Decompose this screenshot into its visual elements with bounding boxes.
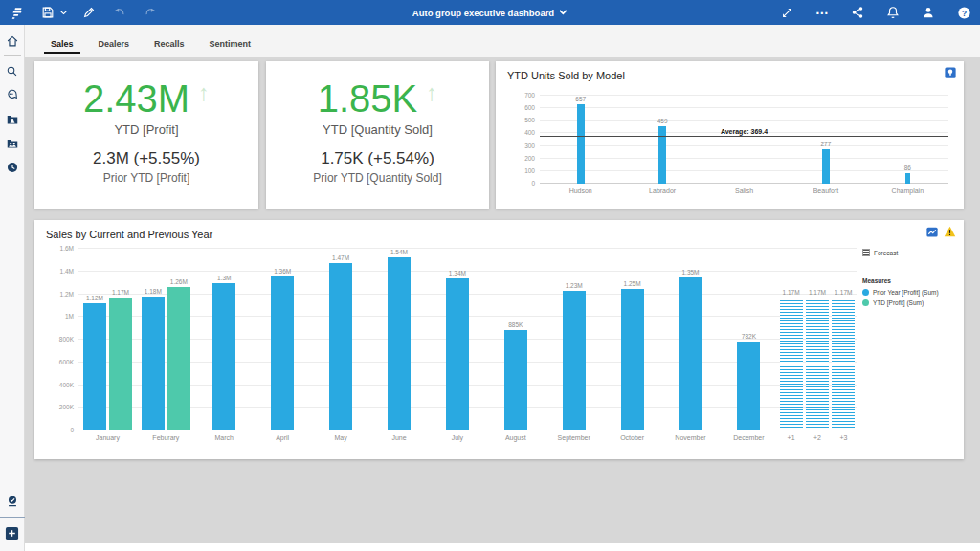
expand-icon[interactable] <box>778 4 795 21</box>
bar-december[interactable] <box>737 342 760 430</box>
category-slot: 1.17M+3 <box>831 249 857 430</box>
x-axis-category-label: May <box>334 434 346 441</box>
bar-value-label: 459 <box>657 118 668 124</box>
edit-pencil-icon[interactable] <box>80 4 98 21</box>
bar-group: 1.36M <box>271 249 294 430</box>
tab-sales[interactable]: Sales <box>38 39 86 57</box>
category-slot: 277Beaufort <box>785 96 866 184</box>
tab-dealers[interactable]: Dealers <box>86 39 143 57</box>
bar-april[interactable] <box>271 276 294 431</box>
bar-beaufort[interactable] <box>822 149 830 184</box>
bar-feburary[interactable] <box>142 297 165 430</box>
bar-november[interactable] <box>679 277 702 430</box>
panel-title: YTD Units Sold by Model <box>507 70 625 81</box>
x-axis-category-label: Beaufort <box>813 187 838 194</box>
bar-august[interactable] <box>504 330 527 430</box>
new-content-plus-button[interactable] <box>0 521 25 545</box>
bar-labrador[interactable] <box>658 126 666 184</box>
category-slot: 1.34MJuly <box>428 249 486 430</box>
y-axis-tick-label: 1.2M <box>60 291 74 298</box>
ytd-units-by-model-panel[interactable]: YTD Units Sold by Model 7006005004003002… <box>496 61 964 209</box>
category-slot: 1.25MOctober <box>603 249 661 430</box>
category-slot: 782KDecember <box>720 249 778 430</box>
legend-forecast[interactable]: Forecast <box>862 249 954 256</box>
x-axis-category-label: Hudson <box>569 187 592 194</box>
legend-item-label: YTD [Profit] (Sum) <box>873 299 924 306</box>
search-icon[interactable] <box>0 59 25 83</box>
recent-icon[interactable] <box>0 155 25 179</box>
sales-by-year-panel[interactable]: Sales by Current and Previous Year Forec… <box>34 220 964 459</box>
bar-+2[interactable] <box>806 298 829 430</box>
legend-item-ytd[interactable]: YTD [Profit] (Sum) <box>862 299 954 306</box>
dashboard-title: Auto group executive dashboard <box>412 8 554 18</box>
legend-item-prior-year[interactable]: Prior Year [Profit] (Sum) <box>862 289 954 296</box>
share-icon[interactable] <box>849 4 866 21</box>
my-content-icon[interactable] <box>0 107 25 131</box>
save-menu-chevron-down-icon[interactable] <box>59 4 67 21</box>
tab-recalls-label: Recalls <box>154 39 185 49</box>
bar-value-label: 1.26M <box>170 278 188 285</box>
bar-january[interactable] <box>109 298 132 430</box>
bar-october[interactable] <box>621 289 644 430</box>
y-axis-tick-label: 200 <box>524 155 535 163</box>
legend-item-label: Prior Year [Profit] (Sum) <box>873 289 939 296</box>
bar-feburary[interactable] <box>167 287 190 430</box>
kpi-card-ytd-profit[interactable]: 2.43M ↑ YTD [Profit] 2.3M (+5.55%) Prior… <box>34 61 258 209</box>
bar-+1[interactable] <box>780 298 803 430</box>
x-axis-category-label: Champlain <box>892 187 924 194</box>
y-axis-tick-label: 100 <box>524 167 535 175</box>
y-axis-tick-label: 0 <box>70 427 74 434</box>
overflow-menu-icon[interactable]: ⋯ <box>813 4 831 21</box>
bar-july[interactable] <box>446 278 469 430</box>
warning-triangle-icon[interactable] <box>944 226 956 237</box>
bar-value-label: 885K <box>508 321 523 328</box>
y-axis-tick-label: 800K <box>59 336 74 343</box>
bar-september[interactable] <box>563 291 586 430</box>
x-axis-category-label: March <box>215 434 234 441</box>
save-icon[interactable] <box>39 4 56 21</box>
bar-group: 86 <box>904 96 911 184</box>
dashboard-title-menu[interactable]: Auto group executive dashboard <box>412 8 568 18</box>
kpi-label: YTD [Quantity Sold] <box>323 122 433 137</box>
bar-group: 1.26M <box>167 249 190 430</box>
bar-group: 885K <box>504 249 527 430</box>
bar-group: 1.47M <box>329 249 352 430</box>
panel-title: Sales by Current and Previous Year <box>46 229 212 240</box>
notifications-bell-icon[interactable] <box>884 4 902 21</box>
bar-june[interactable] <box>388 257 411 430</box>
title-chevron-down-icon <box>559 10 568 15</box>
bar-march[interactable] <box>212 283 235 430</box>
category-slot: 1.12M1.17MJanuary <box>78 249 137 430</box>
tab-dealers-label: Dealers <box>99 39 130 49</box>
average-line <box>540 136 948 137</box>
redo-icon[interactable] <box>142 4 159 21</box>
subscriptions-icon[interactable] <box>0 489 25 513</box>
home-icon[interactable] <box>0 29 25 53</box>
team-content-icon[interactable] <box>0 131 25 155</box>
account-person-icon[interactable] <box>920 4 937 21</box>
tab-recalls[interactable]: Recalls <box>142 39 197 57</box>
category-slot: 1.3MMarch <box>195 249 254 430</box>
save-menu[interactable] <box>39 4 67 21</box>
bar-value-label: 1.3M <box>217 275 231 281</box>
forecast-insight-chart-icon[interactable] <box>926 227 938 237</box>
bar-+3[interactable] <box>832 298 855 430</box>
x-axis-category-label: November <box>675 434 705 441</box>
bar-may[interactable] <box>329 263 352 430</box>
x-axis-category-label: July <box>452 434 463 441</box>
tab-sentiment[interactable]: Sentiment <box>197 39 264 57</box>
kpi-card-ytd-quantity-sold[interactable]: 1.85K ↑ YTD [Quantity Sold] 1.75K (+5.54… <box>266 61 489 209</box>
assistant-icon[interactable] <box>0 83 25 107</box>
category-slot: 86Champlain <box>867 96 948 184</box>
insight-lightbulb-icon[interactable] <box>945 67 956 78</box>
sidebar-divider <box>4 55 21 56</box>
bar-group: 1.23M <box>563 249 586 430</box>
bar-january[interactable] <box>83 303 106 430</box>
bar-champlain[interactable] <box>905 173 910 184</box>
bar-hudson[interactable] <box>577 104 585 184</box>
cognos-logo-icon[interactable] <box>9 4 26 21</box>
help-icon[interactable]: ? <box>955 4 972 21</box>
bar-value-label: 1.54M <box>390 249 408 255</box>
undo-icon[interactable] <box>111 4 128 21</box>
x-axis-category-label: June <box>391 434 406 441</box>
